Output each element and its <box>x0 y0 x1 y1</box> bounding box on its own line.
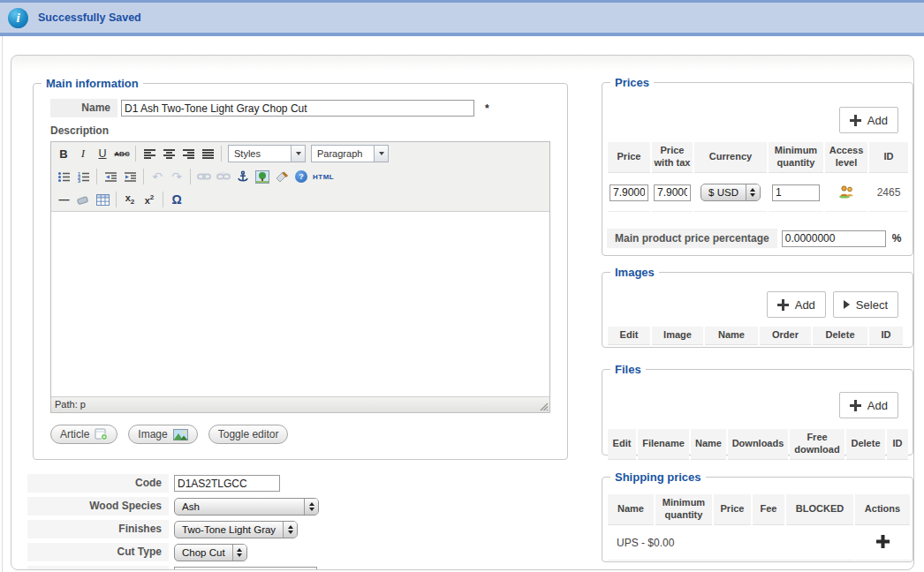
align-justify-button[interactable] <box>199 145 216 162</box>
description-editor-content[interactable] <box>51 211 549 396</box>
stepper-arrows-icon <box>283 522 297 538</box>
currency-select[interactable]: $ USD <box>701 184 761 201</box>
bold-button[interactable]: B <box>55 145 72 162</box>
shipping-row: UPS - $0.00 <box>608 527 910 561</box>
align-left-button[interactable] <box>140 145 158 162</box>
code-input[interactable] <box>174 475 280 492</box>
price-with-tax-input[interactable] <box>654 184 691 201</box>
italic-button[interactable]: I <box>74 145 92 162</box>
cut-type-select[interactable]: Chop Cut <box>174 544 247 561</box>
outdent-button[interactable] <box>102 168 119 185</box>
files-section: Files Add Edit Filename Name Downloads F… <box>602 363 913 455</box>
underline-icon: U <box>98 147 106 160</box>
eraser-button[interactable] <box>74 191 92 208</box>
stepper-arrows-icon <box>746 184 760 200</box>
images-col-id: ID <box>869 327 903 345</box>
unlink-button[interactable] <box>215 168 232 185</box>
strikethrough-icon: ABC <box>114 150 129 158</box>
shipping-prices-legend: Shipping prices <box>610 470 706 484</box>
quantity-input[interactable] <box>174 567 317 570</box>
article-button[interactable]: Article <box>50 425 117 444</box>
images-col-delete: Delete <box>813 327 867 345</box>
group-icon[interactable] <box>838 184 855 199</box>
product-detail-fields: Code Wood Species Ash Finishes Two-Tone … <box>27 474 398 570</box>
format-dropdown[interactable]: Paragraph <box>311 145 389 162</box>
link-button[interactable] <box>195 168 213 185</box>
toolbar-separator <box>96 169 97 184</box>
redo-icon: ↷ <box>171 169 182 184</box>
main-percentage-input[interactable] <box>782 230 886 247</box>
plus-icon <box>777 299 789 311</box>
images-select-button[interactable]: Select <box>833 291 898 318</box>
resize-grip-icon[interactable] <box>539 402 549 411</box>
help-button[interactable]: ? <box>292 168 310 185</box>
subscript-button[interactable]: x2 <box>121 191 139 208</box>
files-header-row: Edit Filename Name Downloads Free downlo… <box>608 429 908 460</box>
strikethrough-button[interactable]: ABC <box>113 145 131 162</box>
files-col-edit: Edit <box>608 429 636 460</box>
shipping-row-name: UPS - $0.00 <box>608 527 853 561</box>
cut-type-row: Cut Type Chop Cut <box>27 543 398 561</box>
cut-type-select-value: Chop Cut <box>175 545 232 561</box>
finishes-select-value: Two-Tone Light Gray <box>175 522 283 538</box>
article-icon <box>95 428 108 440</box>
name-input[interactable] <box>121 100 474 117</box>
align-center-icon <box>163 148 176 160</box>
notice-bar: i Successfully Saved <box>0 0 924 36</box>
redo-button[interactable]: ↷ <box>168 168 186 185</box>
prices-col-currency: Currency <box>694 142 767 173</box>
shipping-col-name: Name <box>608 494 654 525</box>
images-col-name: Name <box>705 327 758 345</box>
underline-button[interactable]: U <box>94 145 111 162</box>
finishes-select[interactable]: Two-Tone Light Gray <box>174 521 298 538</box>
images-table: Edit Image Name Order Delete ID <box>606 325 905 347</box>
undo-button[interactable]: ↶ <box>148 168 166 185</box>
superscript-button[interactable]: x2 <box>140 191 158 208</box>
table-button[interactable] <box>94 191 111 208</box>
unordered-list-button[interactable] <box>55 168 72 185</box>
finishes-row: Finishes Two-Tone Light Gray <box>27 520 398 538</box>
shipping-prices-table: Name Minimum quantity Price Fee BLOCKED … <box>606 493 912 562</box>
special-char-button[interactable]: Ω <box>168 191 186 208</box>
insert-image-button[interactable] <box>254 168 271 185</box>
omega-icon: Ω <box>171 192 181 207</box>
price-id-value: 2465 <box>877 186 901 199</box>
minimum-quantity-input[interactable] <box>772 184 820 201</box>
horizontal-rule-button[interactable]: — <box>55 191 72 208</box>
image-button[interactable]: Image <box>128 425 197 444</box>
bold-icon: B <box>59 147 67 161</box>
shipping-col-price: Price <box>714 494 751 525</box>
prices-header-row: Price Price with tax Currency Minimum qu… <box>608 142 908 173</box>
prices-col-minimum-quantity: Minimum quantity <box>769 142 823 173</box>
main-percentage-label: Main product price percentage <box>607 229 777 248</box>
format-dropdown-value: Paragraph <box>312 146 374 162</box>
html-source-button[interactable]: HTML <box>312 168 335 185</box>
toggle-editor-button[interactable]: Toggle editor <box>208 425 289 444</box>
shipping-prices-section: Shipping prices Name Minimum quantity Pr… <box>602 470 913 562</box>
shipping-col-blocked: BLOCKED <box>786 494 853 525</box>
cleanup-button[interactable] <box>273 168 291 185</box>
files-col-downloads: Downloads <box>728 429 788 460</box>
unordered-list-icon <box>57 171 71 183</box>
wood-species-select[interactable]: Ash <box>174 498 319 516</box>
stepper-arrows-icon <box>304 499 318 515</box>
align-center-button[interactable] <box>160 145 178 162</box>
add-icon[interactable] <box>876 535 890 548</box>
prices-add-button-label: Add <box>867 114 888 127</box>
ordered-list-button[interactable]: 123 <box>74 168 92 185</box>
files-add-button[interactable]: Add <box>839 392 898 418</box>
link-icon <box>197 172 211 181</box>
indent-icon <box>124 171 137 183</box>
align-left-icon <box>143 148 156 160</box>
stepper-arrows-icon <box>232 545 246 561</box>
align-right-button[interactable] <box>179 145 197 162</box>
indent-button[interactable] <box>121 168 139 185</box>
images-section: Images Add Select Edit Image Name Order … <box>602 266 913 348</box>
description-editor: B I U ABC Styles Paragraph <box>50 141 550 413</box>
images-add-button[interactable]: Add <box>767 291 826 318</box>
styles-dropdown[interactable]: Styles <box>228 145 306 162</box>
insert-image-icon <box>255 170 269 184</box>
anchor-button[interactable] <box>234 168 252 185</box>
prices-add-button[interactable]: Add <box>839 107 898 133</box>
price-input[interactable] <box>610 184 648 201</box>
